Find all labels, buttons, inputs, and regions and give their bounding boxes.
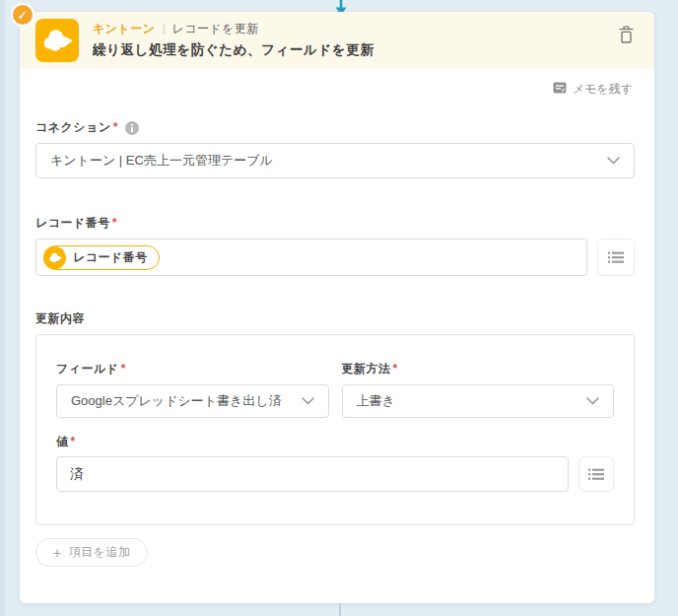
breadcrumb-action-name: レコードを更新 <box>171 22 259 35</box>
breadcrumb-app-name: キントーン <box>93 22 156 35</box>
step-form: コネクション * キントーン | EC売上一元管理テーブル <box>20 98 654 567</box>
step-title: 繰り返し処理を防ぐため、フィールドを更新 <box>93 41 616 59</box>
step-success-badge: ✓ <box>11 3 34 27</box>
connection-select[interactable]: キントーン | EC売上一元管理テーブル <box>35 143 635 178</box>
memo-link[interactable]: メモを残す <box>573 81 633 98</box>
kintone-cloud-icon <box>41 28 73 53</box>
memo-row: メモを残す <box>20 69 654 98</box>
chevron-down-icon <box>607 157 620 165</box>
field-select-value: Googleスプレッドシート書き出し済 <box>71 392 282 410</box>
connection-label: コネクション * <box>35 119 635 136</box>
list-icon <box>588 468 604 481</box>
required-mark: * <box>113 119 118 136</box>
info-icon[interactable] <box>125 121 139 135</box>
workflow-step-card: ✓ キントーン | レコードを更新 繰り返し処理を防ぐため、フィールドを更新 <box>20 12 654 603</box>
add-item-button[interactable]: + 項目を追加 <box>35 538 148 567</box>
required-mark: * <box>112 215 117 232</box>
field-label: フィールド * <box>56 361 329 377</box>
checkmark-icon: ✓ <box>18 8 29 23</box>
record-number-variable-picker-button[interactable] <box>597 239 635 276</box>
method-select[interactable]: 上書き <box>342 384 615 418</box>
update-content-label: 更新内容 <box>35 310 635 327</box>
add-item-label: 項目を追加 <box>69 544 131 561</box>
list-icon <box>608 251 624 264</box>
token-label: レコード番号 <box>73 249 148 266</box>
connection-group: コネクション * キントーン | EC売上一元管理テーブル <box>35 119 635 178</box>
required-mark: * <box>393 361 398 377</box>
canvas-left-edge <box>0 0 5 616</box>
kintone-token-icon <box>43 246 66 269</box>
chevron-down-icon <box>586 397 599 405</box>
step-header-text: キントーン | レコードを更新 繰り返し処理を防ぐため、フィールドを更新 <box>93 22 616 59</box>
field-select[interactable]: Googleスプレッドシート書き出し済 <box>56 384 329 418</box>
required-mark: * <box>71 434 76 450</box>
record-number-group: レコード番号 * <box>35 215 635 276</box>
update-content-box: フィールド * Googleスプレッドシート書き出し済 更新方法 <box>35 334 635 525</box>
method-label: 更新方法 * <box>342 361 615 377</box>
chevron-down-icon <box>302 397 314 405</box>
memo-note-icon <box>553 81 567 98</box>
step-header: キントーン | レコードを更新 繰り返し処理を防ぐため、フィールドを更新 <box>20 12 654 69</box>
breadcrumb-separator: | <box>163 22 166 35</box>
breadcrumb: キントーン | レコードを更新 <box>93 22 616 35</box>
field-column: フィールド * Googleスプレッドシート書き出し済 <box>56 361 329 418</box>
plus-icon: + <box>53 546 62 560</box>
update-content-group: 更新内容 フィールド * Googleスプレッドシート書き出し済 <box>35 310 635 567</box>
record-number-input[interactable]: レコード番号 <box>35 239 587 276</box>
value-input[interactable] <box>56 456 569 492</box>
connection-select-value: キントーン | EC売上一元管理テーブル <box>50 152 273 170</box>
method-column: 更新方法 * 上書き <box>342 361 615 418</box>
kintone-app-icon <box>35 19 79 62</box>
required-mark: * <box>121 361 126 377</box>
trash-icon <box>618 26 635 44</box>
record-number-label: レコード番号 * <box>35 215 635 232</box>
flow-connector-line <box>339 603 341 616</box>
record-number-token[interactable]: レコード番号 <box>43 245 160 270</box>
delete-step-button[interactable] <box>616 24 637 49</box>
value-label: 値 * <box>56 434 614 450</box>
value-variable-picker-button[interactable] <box>578 456 614 492</box>
method-select-value: 上書き <box>357 392 395 410</box>
value-group: 値 * <box>56 434 614 492</box>
